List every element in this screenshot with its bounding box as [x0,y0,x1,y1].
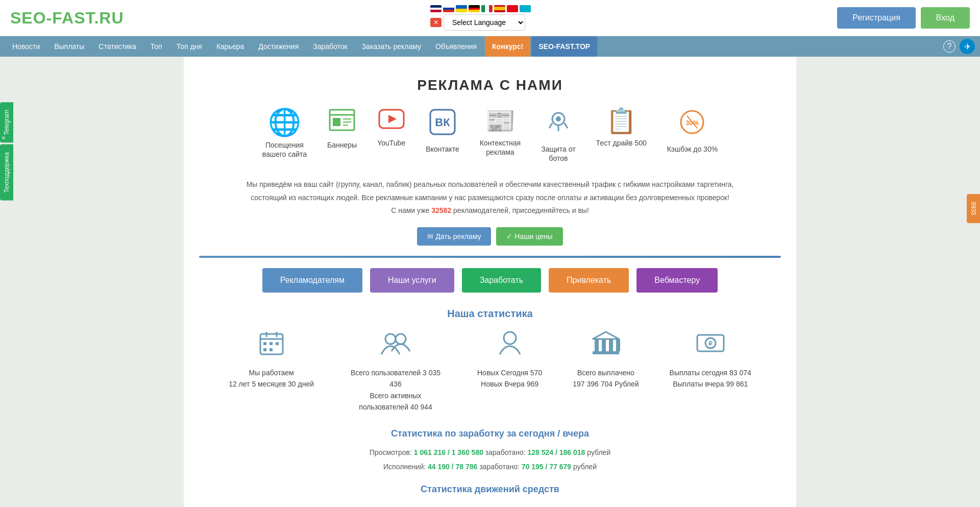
youtube-icon [378,109,405,133]
svg-point-27 [385,334,396,344]
nav-seo-top[interactable]: SEO-FAST.TOP [531,36,597,57]
earnings-line2: Исполнений: 44 190 / 78 786 заработано: … [199,460,781,474]
telegram-tab[interactable]: ✕ Telegram [0,102,13,142]
bots-icon [545,109,572,139]
page-title: РЕКЛАМА С НАМИ [199,77,781,93]
stat-worktime-text: Мы работаем 12 лет 5 месяцев 30 дней [229,367,314,390]
service-youtube: YouTube [377,109,405,163]
service-website-label: Посещениявашего сайта [262,140,307,159]
header: SEO-FAST.RU ✕ Select Language Регистра [0,0,980,36]
money-icon: ₽ [695,330,726,362]
svg-rect-34 [616,339,620,351]
flag-uk[interactable] [430,5,442,12]
header-buttons: Регистрация Вход [837,7,970,29]
blue-divider [199,256,781,258]
stat-newusers-text: Новых Сегодня 570 Новых Вчера 969 [477,367,542,390]
support-tab-label: Техподдержка [3,152,10,193]
flag-kz[interactable] [520,5,531,12]
nav-order-ad[interactable]: Заказать рекламу [355,36,428,57]
stat-users-text: Всего пользователей 3 035 436 Всего акти… [345,367,447,413]
telegram-tab-label: Telegram [3,110,10,135]
nav-achievements[interactable]: Достижения [251,36,306,57]
lang-select[interactable]: Select Language [444,14,525,31]
service-vk-label: Вконтакте [426,144,459,154]
svg-line-12 [549,123,552,128]
description: Мы приведём на ваш сайт (группу, канал, … [199,178,781,217]
advertisers-count: 32582 [431,206,451,214]
login-button[interactable]: Вход [921,7,970,29]
nav-news[interactable]: Новости [5,36,47,57]
attract-button[interactable]: Привлекать [549,268,629,293]
stat-paid-text: Всего выплачено 197 396 704 Рублей [573,367,639,390]
services-grid: 🌐 Посещениявашего сайта Баннеры [199,109,781,163]
close-telegram-icon[interactable]: ✕ [1,135,7,140]
logo-tld: RU [99,9,124,27]
flag-de[interactable] [469,5,480,12]
right-tab[interactable]: 9935 [967,194,980,223]
service-bots-label: Защита отботов [541,144,575,163]
support-tab[interactable]: Техподдержка [0,144,13,201]
svg-marker-30 [593,332,619,339]
bank-icon [591,330,621,362]
stat-today-payments-text: Выплаты сегодня 83 074 Выплаты вчера 99 … [670,367,751,390]
svg-rect-24 [276,342,279,345]
calendar-icon [258,330,285,362]
nav-announcements[interactable]: Объявления [428,36,484,57]
nav-payments[interactable]: Выплаты [47,36,91,57]
register-button[interactable]: Регистрация [837,7,916,29]
svg-rect-26 [270,348,273,351]
svg-rect-32 [602,339,606,351]
nav-earnings[interactable]: Заработок [306,36,354,57]
left-sidebar: ✕ Telegram Техподдержка [0,102,13,201]
services-button[interactable]: Наши услуги [370,268,454,293]
users-icon [380,330,411,362]
stats-title: Наша статистика [199,308,781,320]
movements-table: Время Описание Сумма 18:35:43 Пополнение… [311,502,669,508]
flag-es[interactable] [494,5,505,12]
service-testdrive: 📋 Тест драйв 500 [596,109,647,163]
flag-tr[interactable] [507,5,518,12]
desc-line2: состоящий из настоящих людей. Все реклам… [209,191,771,204]
service-cashback-label: Кэшбэк до 30% [667,144,718,154]
service-banners-label: Баннеры [327,140,357,150]
nav-statistics[interactable]: Статистика [91,36,143,57]
main-content: РЕКЛАМА С НАМИ 🌐 Посещениявашего сайта Б… [184,57,796,507]
earnings-title: Статистика по заработку за сегодня / вче… [199,428,781,439]
nav-top[interactable]: Топ [143,36,169,57]
svg-rect-33 [609,339,613,351]
col-amount: Сумма [590,502,669,508]
stats-grid: Мы работаем 12 лет 5 месяцев 30 дней Все… [199,330,781,413]
svg-point-11 [556,116,561,122]
earnings-text: Просмотров: 1 061 216 / 1 360 580 зарабо… [199,445,781,474]
movements-title: Статистика движений средств [199,484,781,495]
telegram-nav-icon[interactable]: ✈ [960,39,975,54]
help-icon[interactable]: ? [943,40,955,53]
nav-contest[interactable]: Конкурс! [485,36,530,57]
flag-it[interactable] [481,5,493,12]
lang-clear-button[interactable]: ✕ [430,18,442,27]
service-context-label: Контекстнаяреклама [480,138,521,157]
movements-section: Статистика движений средств Время Описан… [199,484,781,508]
svg-point-29 [504,332,516,344]
svg-text:ВК: ВК [435,116,450,129]
flag-ua[interactable] [456,5,467,12]
advertisers-button[interactable]: Рекламодателям [262,268,362,293]
table-header-row: Время Описание Сумма [311,502,669,508]
right-sidebar: 9935 [967,194,980,223]
nav-right: ? ✈ [943,39,975,54]
desc-line1: Мы приведём на ваш сайт (группу, канал, … [209,178,771,191]
action-buttons: Рекламодателям Наши услуги Заработать Пр… [199,268,781,293]
nav-topday[interactable]: Топ дня [169,36,209,57]
webmaster-button[interactable]: Вебмастеру [636,268,718,293]
col-desc: Описание [387,502,590,508]
prices-button[interactable]: ✓ Наши цены [496,227,562,246]
earn-button[interactable]: Заработать [462,268,541,293]
context-icon: 📰 [485,109,516,133]
nav-career[interactable]: Карьера [209,36,251,57]
earnings-section: Статистика по заработку за сегодня / вче… [199,428,781,474]
stat-worktime: Мы работаем 12 лет 5 месяцев 30 дней [229,330,314,413]
logo[interactable]: SEO-FAST.RU [10,9,124,28]
give-ad-button[interactable]: ✉ Дать рекламу [417,227,491,246]
vk-icon: ВК [429,109,456,139]
flag-ru[interactable] [443,5,454,12]
